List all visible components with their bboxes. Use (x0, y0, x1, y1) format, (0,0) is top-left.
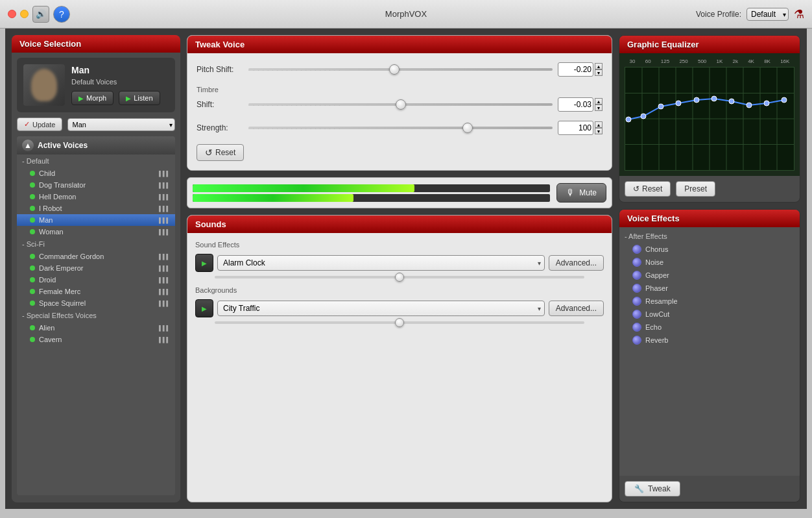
shift-slider[interactable]: · · · · · · · · · · · · · · · · · · · · (248, 98, 553, 111)
effect-item-noise[interactable]: Noise (619, 256, 800, 269)
shift-down[interactable]: ▼ (595, 105, 603, 111)
voice-item-space-squirrel[interactable]: Space Squirrel ▌▌▌ (17, 297, 175, 309)
svg-point-21 (782, 97, 787, 103)
close-button[interactable] (8, 10, 16, 18)
vu-bar-2-fill (193, 194, 353, 202)
voice-info: Man Default Voices ▶ Morph ▶ Listen (71, 65, 160, 105)
shift-row: Shift: · · · · · · · · · · · · · · · · ·… (197, 97, 603, 112)
collapse-btn[interactable]: ▲ (22, 140, 34, 151)
sound2-select[interactable]: City Traffic (217, 301, 545, 316)
voices-list[interactable]: - Default Child ▌▌▌ Dog Translator ▌▌▌ H… (17, 154, 175, 495)
shift-input[interactable] (558, 97, 593, 112)
eq-grid[interactable] (625, 67, 794, 171)
voice-item-commander[interactable]: Commander Gordon ▌▌▌ (17, 251, 175, 262)
strength-input[interactable] (558, 121, 593, 135)
mute-btn[interactable]: 🎙 Mute (556, 183, 606, 203)
avatar-face (31, 69, 57, 101)
svg-point-20 (764, 101, 769, 106)
pitch-shift-slider[interactable]: · · · · · · · · · · · · · · · · · · · · (248, 63, 553, 76)
strength-up[interactable]: ▲ (595, 121, 603, 128)
sounds-header: Sounds (187, 216, 612, 233)
voice-dot (30, 182, 35, 188)
tweak-reset-btn[interactable]: ↺ Reset (197, 144, 244, 161)
strength-dashes: · · · · · · · · · · · · · · · · · · · · (248, 127, 553, 130)
effect-item-resample[interactable]: Resample (619, 295, 800, 308)
help-btn[interactable]: ? (53, 6, 70, 23)
voice-item-hell-demon[interactable]: Hell Demon ▌▌▌ (17, 191, 175, 203)
shift-value-box: ▲ ▼ (558, 97, 603, 112)
voice-item-child[interactable]: Child ▌▌▌ (17, 167, 175, 179)
voice-profile-select[interactable]: Default (746, 8, 789, 21)
filter-icon[interactable]: ⚗ (794, 7, 804, 21)
sound2-slider-thumb[interactable] (395, 318, 404, 327)
voice-item-dog[interactable]: Dog Translator ▌▌▌ (17, 179, 175, 191)
checkmark-icon: ✓ (24, 120, 30, 129)
vu-meters (193, 184, 550, 202)
voice-item-alien[interactable]: Alien ▌▌▌ (17, 322, 175, 334)
sound2-play-btn[interactable]: ▶ (195, 299, 213, 317)
sound2-slider-row (195, 321, 604, 324)
mic-icon: 🎙 (566, 188, 575, 198)
eq-header: Graphic Equalizer (619, 36, 800, 53)
effect-item-reverb[interactable]: Reverb (619, 334, 800, 347)
voice-item-female-merc[interactable]: Female Merc ▌▌▌ (17, 286, 175, 297)
eq-freq-labels: 30 60 125 250 500 1K 2k 4K 8K 16K (625, 58, 794, 64)
tweak-effects-btn[interactable]: 🔧 Tweak (625, 481, 680, 497)
effect-item-phaser[interactable]: Phaser (619, 282, 800, 295)
tweak-voice-panel: Tweak Voice Pitch Shift: · · · · · · · ·… (187, 35, 612, 171)
voice-name: Man (71, 65, 160, 75)
voice-item-cavern[interactable]: Cavern ▌▌▌ (17, 334, 175, 345)
middle-column: Tweak Voice Pitch Shift: · · · · · · · ·… (187, 35, 612, 502)
voice-item-droid[interactable]: Droid ▌▌▌ (17, 274, 175, 286)
voice-name-select[interactable]: Man (67, 118, 175, 131)
pitch-shift-up[interactable]: ▲ (595, 63, 603, 69)
update-btn[interactable]: ✓ Update (17, 117, 62, 131)
morph-icon-btn[interactable]: 🔊 (32, 6, 49, 23)
morph-btn[interactable]: ▶ Morph (71, 91, 113, 105)
voice-selection-panel: Voice Selection Man Default Voices ▶ Mor… (12, 35, 180, 502)
sound1-play-btn[interactable]: ▶ (195, 254, 213, 272)
shift-label: Shift: (197, 100, 248, 109)
sound2-advanced-btn[interactable]: Advanced... (549, 301, 604, 316)
effect-item-lowcut[interactable]: LowCut (619, 308, 800, 321)
effect-item-echo[interactable]: Echo (619, 321, 800, 334)
sound2-slider-track[interactable] (215, 321, 584, 324)
voice-avatar (23, 64, 65, 106)
eq-preset-btn[interactable]: Preset (676, 181, 715, 197)
strength-row: Strength: · · · · · · · · · · · · · · · … (197, 121, 603, 135)
effect-item-gapper[interactable]: Gapper (619, 269, 800, 282)
voice-item-dark-emperor[interactable]: Dark Emperor ▌▌▌ (17, 262, 175, 274)
title-bar: 🔊 ? MorphVOX Voice Profile: Default ⚗ (0, 0, 812, 29)
pitch-shift-value-box: ▲ ▼ (558, 62, 603, 77)
sound2-select-wrapper[interactable]: City Traffic (217, 301, 545, 316)
svg-point-19 (746, 103, 752, 108)
strength-down[interactable]: ▼ (595, 128, 603, 134)
voice-name-select-wrapper[interactable]: Man (67, 118, 175, 131)
voice-profile-label: Voice Profile: (696, 10, 741, 19)
voice-profile-select-wrapper[interactable]: Default (746, 8, 789, 21)
sound1-slider-thumb[interactable] (395, 273, 404, 282)
sound1-select-wrapper[interactable]: Alarm Clock (217, 255, 545, 271)
svg-point-17 (711, 96, 717, 101)
voice-item-i-robot[interactable]: I Robot ▌▌▌ (17, 203, 175, 214)
strength-slider[interactable]: · · · · · · · · · · · · · · · · · · · · (248, 121, 553, 134)
timbre-label: Timbre (197, 86, 603, 93)
sound1-slider-track[interactable] (215, 276, 584, 278)
effects-list[interactable]: - After Effects Chorus Noise Gapper Phas… (619, 227, 800, 476)
sound1-advanced-btn[interactable]: Advanced... (549, 255, 604, 271)
effects-footer: 🔧 Tweak (619, 476, 800, 502)
eq-actions: ↺ Reset Preset (619, 176, 800, 202)
voice-dot (30, 254, 35, 259)
pitch-shift-row: Pitch Shift: · · · · · · · · · · · · · ·… (197, 62, 603, 77)
pitch-shift-down[interactable]: ▼ (595, 69, 603, 76)
shift-up[interactable]: ▲ (595, 98, 603, 105)
eq-reset-btn[interactable]: ↺ Reset (625, 181, 671, 197)
pitch-shift-dashes: · · · · · · · · · · · · · · · · · · · · (248, 68, 553, 72)
listen-btn[interactable]: ▶ Listen (119, 91, 160, 105)
sound1-select[interactable]: Alarm Clock (217, 255, 545, 271)
effect-item-chorus[interactable]: Chorus (619, 243, 800, 256)
voice-item-man[interactable]: Man ▌▌▌ (17, 214, 175, 226)
voice-item-woman[interactable]: Woman ▌▌▌ (17, 226, 175, 238)
minimize-button[interactable] (20, 10, 29, 18)
pitch-shift-input[interactable] (558, 62, 593, 77)
